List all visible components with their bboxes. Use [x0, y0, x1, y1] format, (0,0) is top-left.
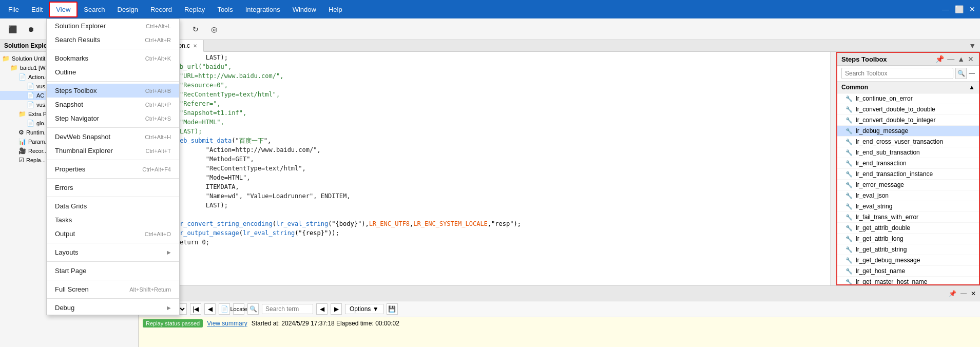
- toolbox-item[interactable]: 🔧 lr_get_attrib_string: [837, 244, 979, 255]
- output-search-prev[interactable]: ◀: [316, 303, 328, 315]
- menu-item-debug[interactable]: Debug: [47, 301, 179, 315]
- close-button[interactable]: ✕: [967, 4, 978, 15]
- toolbox-item[interactable]: 🔧 lr_get_master_host_name: [837, 277, 979, 284]
- toolbox-minimize-icon[interactable]: —: [946, 55, 955, 63]
- menu-edit[interactable]: Edit: [25, 3, 49, 16]
- editor-scrollbar[interactable]: [830, 52, 836, 285]
- tree-label-record: Recor...: [28, 148, 48, 154]
- output-prev-button[interactable]: ◀: [204, 303, 216, 315]
- menu-item-start-page[interactable]: Start Page: [47, 264, 179, 278]
- toolbox-item[interactable]: 🔧 lr_get_attrib_long: [837, 234, 979, 244]
- menu-design[interactable]: Design: [111, 3, 144, 16]
- toolbox-close-icon[interactable]: ✕: [967, 55, 975, 63]
- menu-search[interactable]: Search: [78, 3, 111, 16]
- menu-view[interactable]: View: [49, 2, 78, 17]
- toolbox-item[interactable]: 🔧 lr_end_cross_vuser_transaction: [837, 137, 979, 147]
- menu-item-snapshot[interactable]: Snapshot Ctrl+Alt+P: [47, 98, 179, 111]
- menu-item-errors[interactable]: Errors: [47, 181, 179, 195]
- editor-tab-controls: ▼: [967, 40, 980, 51]
- toolbox-item-icon: 🔧: [846, 214, 853, 221]
- toolbox-item[interactable]: 🔧 lr_convert_double_to_double: [837, 104, 979, 115]
- toolbox-search-extra[interactable]: —: [969, 70, 975, 77]
- toolbox-item[interactable]: 🔧 lr_get_debug_message: [837, 255, 979, 266]
- menu-tools[interactable]: Tools: [211, 3, 239, 16]
- menu-record[interactable]: Record: [144, 3, 178, 16]
- code-content[interactable]: LAST);// web_url("baidu",// "URL=http://…: [157, 52, 830, 285]
- toolbox-item-icon: 🔧: [846, 128, 853, 134]
- view-summary-link[interactable]: View summary: [207, 320, 247, 327]
- menu-item-tasks[interactable]: Tasks: [47, 213, 179, 227]
- toolbox-search-input[interactable]: [841, 68, 953, 79]
- toolbox-item[interactable]: 🔧 lr_get_attrib_double: [837, 223, 979, 234]
- menu-item-output[interactable]: Output Ctrl+Alt+O: [47, 227, 179, 241]
- output-search-next[interactable]: ▶: [331, 303, 342, 315]
- menu-integrations[interactable]: Integrations: [239, 3, 286, 16]
- toolbox-item[interactable]: 🔧 lr_eval_string: [837, 201, 979, 212]
- menu-item-solution-explorer[interactable]: Solution Explorer Ctrl+Alt+L: [47, 19, 179, 33]
- menu-item-thumbnail-explorer[interactable]: Thumbnail Explorer Ctrl+Alt+T: [47, 144, 179, 158]
- output-minimize-icon[interactable]: —: [960, 290, 967, 297]
- toolbox-pin-icon[interactable]: 📌: [934, 55, 945, 63]
- toolbox-item[interactable]: 🔧 lr_end_transaction: [837, 158, 979, 169]
- toolbox-item-label: lr_continue_on_error: [856, 95, 913, 102]
- menu-item-full-screen[interactable]: Full Screen Alt+Shift+Return: [47, 282, 179, 296]
- output-toolbar: Replay |◀ ◀ 📄 Locate 🔍 ◀ ▶ Options: [139, 301, 980, 317]
- file-icon-action: 📄: [18, 73, 26, 81]
- toolbox-item[interactable]: 🔧 lr_get_host_name: [837, 266, 979, 277]
- toolbox-item[interactable]: 🔧 lr_debug_message: [837, 126, 979, 137]
- toolbox-item[interactable]: 🔧 lr_end_transaction_instance: [837, 169, 979, 180]
- menubar: File Edit View Search Design Record Repl…: [0, 0, 980, 18]
- output-first-button[interactable]: |◀: [190, 303, 201, 315]
- menu-window[interactable]: Window: [286, 3, 322, 16]
- output-doc-button[interactable]: 📄: [219, 303, 230, 315]
- toolbox-item-label: lr_debug_message: [856, 127, 908, 134]
- toolbox-item[interactable]: 🔧 lr_error_message: [837, 180, 979, 190]
- output-close-icon[interactable]: ✕: [971, 290, 976, 297]
- record-button[interactable]: ⏺: [23, 22, 39, 36]
- menu-item-data-grids[interactable]: Data Grids: [47, 199, 179, 213]
- toolbox-item-label: lr_get_host_name: [856, 267, 905, 275]
- output-save-button[interactable]: 💾: [387, 303, 398, 315]
- menu-item-search-results[interactable]: Search Results Ctrl+Alt+R: [47, 33, 179, 47]
- menu-item-step-navigator[interactable]: Step Navigator Ctrl+Alt+S: [47, 111, 179, 125]
- loop-button[interactable]: ↻: [187, 22, 204, 36]
- menu-replay[interactable]: Replay: [178, 3, 211, 16]
- toolbox-search-button[interactable]: 🔍: [955, 68, 967, 79]
- output-header: Output 📌 — ✕: [139, 286, 980, 301]
- editor-with-toolbox: 7891011121314151617181920212223242526272…: [139, 52, 980, 285]
- menu-item-bookmarks[interactable]: Bookmarks Ctrl+Alt+K: [47, 51, 179, 65]
- output-locate-button[interactable]: Locate: [233, 303, 244, 315]
- toolbox-expand-icon[interactable]: ▲: [956, 55, 966, 63]
- menu-item-outline[interactable]: Outline: [47, 65, 179, 79]
- separator-9: [47, 280, 179, 280]
- toolbox-item[interactable]: 🔧 lr_fail_trans_with_error: [837, 212, 979, 223]
- toolbox-item[interactable]: 🔧 lr_eval_json: [837, 190, 979, 201]
- toolbox-common-section[interactable]: Common ▲: [837, 82, 979, 93]
- toolbox-header: Steps Toolbox 📌 — ▲ ✕: [837, 53, 979, 66]
- menu-item-properties[interactable]: Properties Ctrl+Alt+F4: [47, 162, 179, 176]
- toolbox-item[interactable]: 🔧 lr_end_sub_transaction: [837, 147, 979, 158]
- output-pin-icon[interactable]: 📌: [949, 290, 956, 297]
- extra-button[interactable]: ◎: [206, 22, 222, 36]
- toolbox-item[interactable]: 🔧 lr_continue_on_error: [837, 93, 979, 104]
- menu-item-steps-toolbox[interactable]: Steps Toolbox Ctrl+Alt+B: [47, 84, 179, 98]
- menu-help[interactable]: Help: [322, 3, 349, 16]
- separator-1: [47, 49, 179, 49]
- menu-file[interactable]: File: [2, 3, 25, 16]
- maximize-button[interactable]: ⬜: [953, 4, 965, 15]
- toolbox-item[interactable]: 🔧 lr_convert_double_to_integer: [837, 115, 979, 126]
- file-icon-vus1: 📄: [27, 83, 34, 90]
- toolbox-item-icon: 🔧: [846, 225, 853, 232]
- output-search-icon-button[interactable]: 🔍: [247, 303, 259, 315]
- search-term-input[interactable]: [262, 304, 313, 314]
- tab-down-icon[interactable]: ▼: [969, 42, 976, 50]
- toolbox-item-icon: 🔧: [846, 203, 853, 210]
- menu-item-devweb-snapshot[interactable]: DevWeb Snapshot Ctrl+Alt+H: [47, 130, 179, 144]
- gear-icon-runtime: ⚙: [18, 129, 24, 136]
- code-editor[interactable]: 7891011121314151617181920212223242526272…: [139, 52, 836, 285]
- minimize-button[interactable]: —: [940, 4, 951, 15]
- options-button[interactable]: Options ▼: [345, 304, 383, 314]
- tab-close-icon[interactable]: ✕: [193, 43, 197, 49]
- menu-item-layouts[interactable]: Layouts: [47, 245, 179, 259]
- toolbar-btn-1[interactable]: ⬛: [4, 22, 21, 36]
